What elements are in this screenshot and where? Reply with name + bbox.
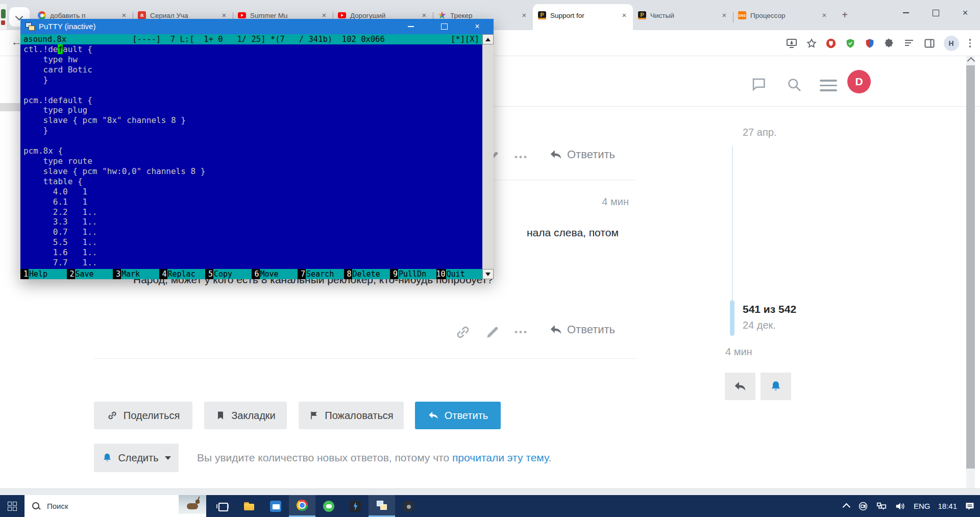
putty-icon (376, 499, 388, 511)
read-topic-link[interactable]: прочитали эту тему (452, 452, 548, 463)
bookmarks-label: Закладки (231, 410, 276, 422)
dark-app-icon (350, 501, 361, 512)
start-button[interactable] (0, 495, 24, 517)
timeline-track[interactable] (732, 146, 733, 300)
search-highlight-image[interactable] (179, 495, 206, 517)
profile-avatar[interactable]: H (944, 36, 959, 51)
mc-fkey-quit[interactable]: 10Quit (436, 269, 483, 279)
putty-close-button[interactable]: × (469, 19, 486, 34)
browser-tab[interactable]: Чистый× (633, 4, 733, 30)
taskbar-file-explorer-button[interactable] (236, 495, 262, 517)
mc-fkey-search[interactable]: 7Search (298, 269, 344, 279)
scrollbar-down-arrow[interactable] (482, 269, 494, 279)
report-button[interactable]: Пожаловаться (299, 402, 404, 429)
editor-line1-pre: ctl.!de (23, 44, 58, 54)
window-close-button[interactable]: × (950, 0, 980, 26)
browser-tab[interactable]: Процессор× (733, 4, 833, 30)
post-timestamp: 4 мин (568, 196, 629, 208)
reply-label: Ответить (567, 148, 615, 161)
mc-fkey-move[interactable]: 6Move (252, 269, 298, 279)
mc-fkey-copy[interactable]: 5Copy (205, 269, 252, 279)
putty-maximize-button[interactable] (435, 19, 453, 34)
flag-icon (309, 410, 319, 421)
hidden-icons-chevron[interactable] (843, 503, 851, 511)
mc-fkey-pulldn[interactable]: 9PullDn (390, 269, 436, 279)
window-minimize-button[interactable] (891, 0, 921, 26)
taskbar-task-view-button[interactable] (209, 495, 236, 517)
reading-list-lines-icon[interactable] (903, 37, 915, 50)
messages-icon[interactable] (749, 76, 768, 93)
reply-link[interactable]: Ответить (549, 323, 615, 336)
putty-scrollbar[interactable] (482, 34, 494, 279)
language-indicator[interactable]: ENG (914, 502, 930, 510)
putty-window: PuTTY (inactive) × asound.8x [----] 7 L:… (20, 19, 494, 279)
timeline-date: 24 дек. (743, 319, 776, 331)
timeline-scrubber[interactable] (730, 300, 734, 336)
more-options-icon[interactable]: ••• (514, 152, 528, 162)
tab-close-icon[interactable]: × (520, 11, 529, 20)
search-icon (32, 502, 41, 511)
editor-body: type hw card Botic } pcm.!default { type… (23, 55, 205, 267)
putty-minimize-button[interactable] (402, 19, 420, 34)
volume-icon[interactable] (895, 501, 906, 512)
share-button[interactable]: Поделиться (94, 402, 192, 429)
extensions-puzzle-icon[interactable] (884, 38, 895, 49)
permalink-icon[interactable] (454, 324, 472, 341)
taskbar-chrome-button[interactable] (289, 495, 315, 517)
user-avatar[interactable]: D (847, 70, 871, 93)
green-messenger-icon (323, 501, 334, 512)
adblock-extension-icon[interactable] (825, 38, 837, 49)
follow-button[interactable]: Следить (94, 444, 179, 472)
side-panel-icon[interactable] (923, 37, 936, 50)
action-center-icon[interactable] (965, 501, 975, 511)
mc-fkey-help[interactable]: 1Help (20, 269, 67, 279)
mc-fkey-replac[interactable]: 4Replac (159, 269, 206, 279)
taskbar-dark-app-2-button[interactable] (395, 495, 422, 517)
fkey-label: Delete (352, 269, 390, 279)
notifications-button[interactable] (761, 373, 791, 400)
bookmark-star-icon[interactable] (806, 38, 817, 49)
install-icon[interactable] (786, 37, 798, 50)
mc-fkey-mark[interactable]: 3Mark (113, 269, 159, 279)
menu-hamburger-icon[interactable] (820, 80, 837, 91)
tab-title: добавить п (50, 12, 119, 19)
window-maximize-button[interactable] (921, 0, 950, 26)
edit-pencil-icon[interactable] (484, 324, 501, 341)
network-icon[interactable] (876, 501, 887, 512)
shield-red-blue-extension-icon[interactable] (864, 38, 875, 49)
tab-close-icon[interactable]: × (620, 11, 629, 20)
tracker-favicon-icon (438, 11, 446, 19)
scrollbar-up-arrow[interactable] (482, 34, 494, 44)
more-options-icon[interactable]: ••• (514, 327, 528, 337)
fkey-number: 3 (113, 269, 121, 279)
tab-close-icon[interactable]: × (820, 11, 829, 20)
taskbar-blue-app-button[interactable] (262, 495, 289, 517)
fkey-number: 6 (252, 269, 260, 279)
browser-menu-kebab-icon[interactable] (967, 39, 973, 47)
reply-button[interactable]: Ответить (415, 402, 501, 429)
new-tab-button[interactable]: + (837, 8, 852, 23)
editor-cursor: f (58, 44, 63, 54)
tab-close-icon[interactable]: × (720, 11, 729, 20)
putty-terminal[interactable]: asound.8x [----] 7 L:[ 1+ 0 1/ 25] *(7 /… (20, 34, 494, 279)
mc-fkey-save[interactable]: 2Save (67, 269, 113, 279)
shield-green-extension-icon[interactable] (845, 38, 856, 49)
page-scrollbar-thumb[interactable] (966, 65, 975, 469)
tab-title: Чистый (650, 12, 720, 19)
browser-tab[interactable]: Support for× (533, 4, 633, 30)
fkey-label: PullDn (398, 269, 436, 279)
mc-fkey-delete[interactable]: 8Delete (344, 269, 390, 279)
search-icon[interactable] (785, 76, 803, 94)
bookmarks-button[interactable]: Закладки (204, 402, 287, 429)
taskbar-green-messenger-button[interactable] (315, 495, 342, 517)
taskbar-search[interactable]: Поиск (24, 495, 206, 517)
taskbar-dark-app-button[interactable] (342, 495, 369, 517)
reply-link[interactable]: Ответить (549, 148, 615, 161)
reply-arrow-icon (733, 380, 747, 393)
back-to-post-button[interactable] (725, 373, 755, 400)
meet-now-icon[interactable] (858, 501, 868, 511)
putty-titlebar[interactable]: PuTTY (inactive) × (20, 19, 494, 34)
clock[interactable]: 18:41 (938, 502, 957, 510)
taskbar-putty-button[interactable] (369, 495, 395, 517)
editor-line1-post: ault { (63, 44, 92, 54)
